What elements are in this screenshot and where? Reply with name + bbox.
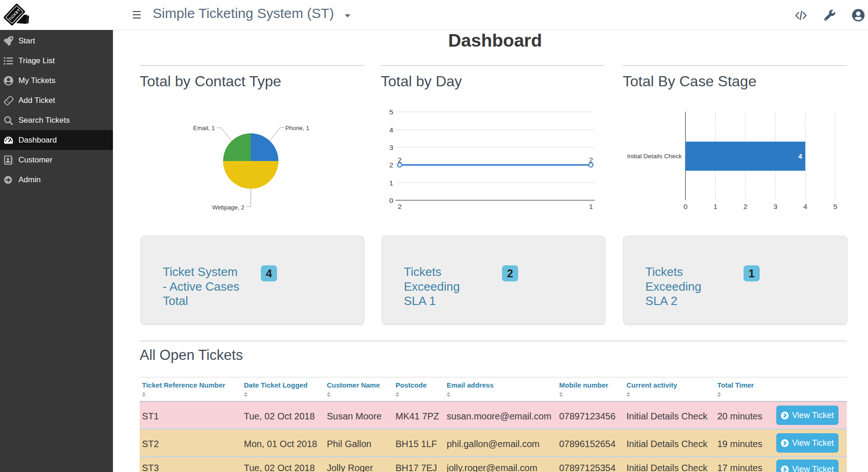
svg-text:2: 2 [389,161,393,169]
svg-text:5: 5 [833,203,838,210]
svg-text:3: 3 [389,143,393,151]
svg-text:Initial Details Check: Initial Details Check [627,153,682,160]
svg-text:5: 5 [389,108,393,116]
svg-text:2: 2 [398,203,402,210]
svg-text:3: 3 [774,203,778,210]
svg-text:4: 4 [798,152,803,160]
svg-text:1: 1 [714,203,718,210]
svg-text:1: 1 [589,203,593,210]
svg-text:Webpage, 2: Webpage, 2 [212,204,244,211]
svg-text:0: 0 [389,197,393,204]
svg-text:2: 2 [589,156,593,164]
svg-text:4: 4 [803,203,808,210]
svg-text:Email, 1: Email, 1 [193,125,215,131]
svg-text:2: 2 [744,203,748,210]
svg-text:4: 4 [389,126,393,134]
svg-text:Phone, 1: Phone, 1 [285,125,309,131]
svg-text:1: 1 [389,179,393,187]
svg-text:0: 0 [684,203,688,210]
svg-text:2: 2 [398,156,402,164]
